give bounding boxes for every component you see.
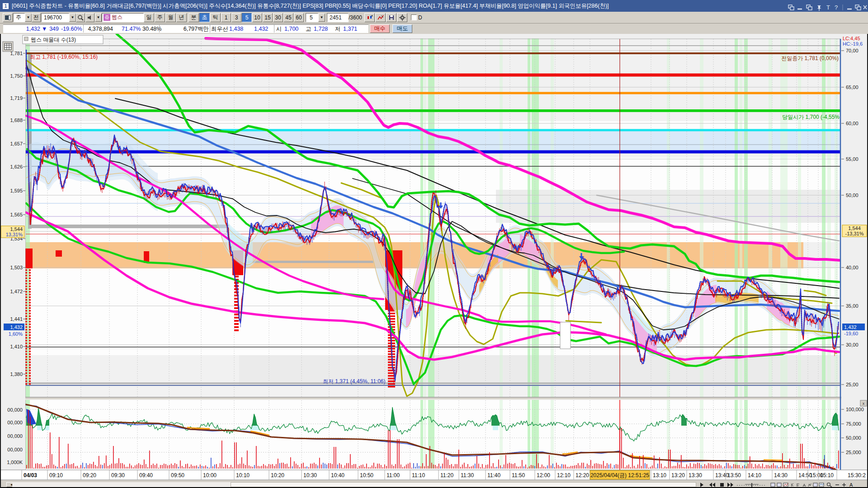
svg-text:11:10: 11:10 bbox=[412, 472, 425, 479]
svg-text:-13,31%: -13,31% bbox=[845, 231, 864, 236]
svg-text:09:20: 09:20 bbox=[83, 472, 96, 479]
svg-text:당일시가 1,700 (-4,55%: 당일시가 1,700 (-4,55% bbox=[782, 114, 840, 120]
svg-text:65,00: 65,00 bbox=[846, 84, 859, 90]
svg-text:13:30: 13:30 bbox=[689, 472, 702, 479]
svg-text:40,00: 40,00 bbox=[846, 265, 859, 270]
svg-text:1,719: 1,719 bbox=[10, 95, 23, 101]
svg-text:04/03: 04/03 bbox=[24, 472, 37, 479]
svg-text:1,472: 1,472 bbox=[10, 289, 23, 294]
svg-text:HC:-19,6: HC:-19,6 bbox=[843, 41, 863, 47]
svg-text:1,410: 1,410 bbox=[10, 344, 23, 349]
svg-text:x: x bbox=[863, 401, 865, 406]
svg-text:12:10: 12:10 bbox=[557, 472, 571, 479]
svg-text:13:50: 13:50 bbox=[727, 472, 741, 479]
svg-text:1,750: 1,750 bbox=[10, 73, 23, 79]
svg-text:10:20: 10:20 bbox=[271, 472, 284, 479]
svg-text:09:30: 09:30 bbox=[111, 472, 125, 479]
svg-text:1,626: 1,626 bbox=[10, 164, 23, 169]
svg-text:12:20: 12:20 bbox=[576, 472, 589, 479]
svg-text:1,595: 1,595 bbox=[10, 188, 23, 193]
svg-text:1,657: 1,657 bbox=[10, 141, 23, 146]
svg-text:11:30: 11:30 bbox=[461, 472, 474, 479]
svg-text:15:30:2: 15:30:2 bbox=[848, 472, 866, 479]
svg-text:00,000: 00,000 bbox=[7, 407, 23, 413]
svg-text:LC:4,45: LC:4,45 bbox=[843, 36, 860, 41]
svg-text:25,000: 25,000 bbox=[846, 450, 861, 455]
svg-text:A: A bbox=[849, 482, 853, 488]
svg-text:11:50: 11:50 bbox=[512, 472, 525, 479]
svg-text:1,503: 1,503 bbox=[10, 265, 23, 270]
svg-text:최고 1,781 (-19,60%, 15:16): 최고 1,781 (-19,60%, 15:16) bbox=[30, 54, 98, 60]
svg-text:1,688: 1,688 bbox=[10, 117, 23, 123]
svg-text:1,544: 1,544 bbox=[848, 225, 861, 231]
svg-text:1,432: 1,432 bbox=[10, 324, 23, 330]
svg-text:T: T bbox=[826, 4, 830, 11]
svg-text:70,00: 70,00 bbox=[846, 48, 859, 53]
svg-text:11:40: 11:40 bbox=[487, 472, 500, 479]
svg-text:10:10: 10:10 bbox=[236, 472, 250, 479]
svg-text:35,00: 35,00 bbox=[846, 303, 859, 309]
svg-text:?: ? bbox=[835, 4, 838, 11]
svg-text:13:20: 13:20 bbox=[671, 472, 685, 479]
svg-text:1,60%: 1,60% bbox=[9, 331, 23, 337]
svg-text:2025/04/04(금) 12:51:25: 2025/04/04(금) 12:51:25 bbox=[590, 472, 649, 479]
svg-text:12:00: 12:00 bbox=[537, 472, 550, 479]
svg-text:1,565: 1,565 bbox=[10, 212, 23, 217]
svg-text:1,000K: 1,000K bbox=[7, 460, 23, 465]
svg-text:14:10: 14:10 bbox=[748, 472, 761, 479]
svg-text:15:10: 15:10 bbox=[820, 472, 834, 479]
svg-text:-19,60: -19,60 bbox=[844, 331, 858, 336]
svg-text:00,000: 00,000 bbox=[7, 420, 23, 425]
svg-text:10:00: 10:00 bbox=[203, 472, 217, 479]
svg-text:50,00: 50,00 bbox=[846, 192, 859, 198]
svg-text:25,00: 25,00 bbox=[846, 382, 859, 387]
svg-text:10:30: 10:30 bbox=[303, 472, 317, 479]
svg-text:웹스 매물대 수(13): 웹스 매물대 수(13) bbox=[31, 37, 76, 43]
svg-text:1,432: 1,432 bbox=[844, 324, 857, 330]
svg-text:30,00: 30,00 bbox=[846, 342, 859, 347]
svg-text:13:10: 13:10 bbox=[653, 472, 666, 479]
svg-text:50,000: 50,000 bbox=[846, 435, 861, 441]
svg-text:11:00: 11:00 bbox=[387, 472, 400, 479]
svg-text:09:40: 09:40 bbox=[139, 472, 153, 479]
svg-text:100,000: 100,000 bbox=[846, 407, 864, 412]
svg-text:55,00: 55,00 bbox=[846, 156, 859, 162]
svg-text:60,00: 60,00 bbox=[846, 121, 859, 126]
svg-text:최저 1,371 (4,45%, 11:06): 최저 1,371 (4,45%, 11:06) bbox=[323, 378, 386, 385]
svg-text:13:40: 13:40 bbox=[715, 472, 729, 479]
svg-text:13,31%: 13,31% bbox=[6, 232, 23, 237]
svg-text:10:40: 10:40 bbox=[331, 472, 344, 479]
svg-text:00,000: 00,000 bbox=[7, 433, 23, 439]
svg-text:14:30: 14:30 bbox=[774, 472, 788, 479]
svg-text:전일종가 1,781 (0,00%): 전일종가 1,781 (0,00%) bbox=[781, 55, 839, 61]
svg-text:1,380: 1,380 bbox=[10, 371, 23, 377]
svg-text:11:20: 11:20 bbox=[440, 472, 453, 479]
svg-text:1,441: 1,441 bbox=[10, 316, 23, 322]
svg-text:75,000: 75,000 bbox=[846, 421, 861, 427]
svg-text:09:10: 09:10 bbox=[49, 472, 63, 479]
svg-text:00,000: 00,000 bbox=[7, 447, 23, 452]
svg-text:09:50: 09:50 bbox=[171, 472, 184, 479]
svg-text:1,544: 1,544 bbox=[10, 226, 23, 232]
svg-text:10:50: 10:50 bbox=[360, 472, 373, 479]
